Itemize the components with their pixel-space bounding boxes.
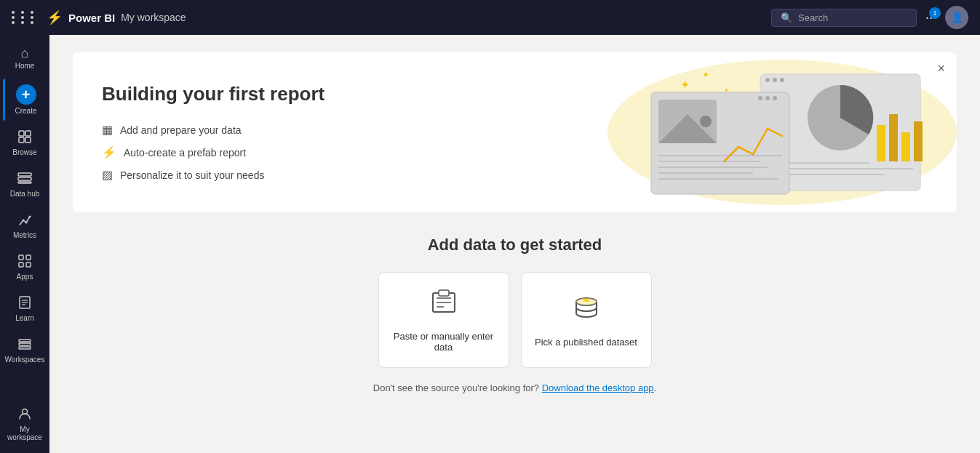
svg-rect-4 bbox=[18, 173, 31, 176]
sidebar-browse-label: Browse bbox=[12, 148, 36, 156]
svg-rect-6 bbox=[18, 182, 31, 183]
svg-rect-19 bbox=[19, 343, 31, 345]
download-desktop-link[interactable]: Download the desktop app bbox=[542, 382, 654, 393]
banner-list-item-1: ▦ Add and prepare your data bbox=[102, 123, 928, 137]
brand-logo: ⚡ Power BI My workspace bbox=[47, 9, 186, 25]
banner-card: × Building your first report ▦ Add and p… bbox=[73, 52, 957, 212]
sidebar-home-label: Home bbox=[15, 62, 35, 70]
sidebar-item-datahub[interactable]: Data hub bbox=[3, 165, 47, 204]
sidebar-create-label: Create bbox=[15, 107, 36, 115]
sidebar-item-workspaces[interactable]: Workspaces bbox=[3, 331, 47, 369]
svg-rect-3 bbox=[25, 137, 31, 143]
top-navigation: ⚡ Power BI My workspace 🔍 Search ··· 1 👤 bbox=[0, 0, 980, 35]
app-title: Power BI bbox=[68, 12, 115, 24]
svg-point-8 bbox=[25, 222, 28, 224]
sidebar-item-myworkspace[interactable]: My workspace bbox=[3, 401, 47, 447]
datahub-icon bbox=[17, 171, 32, 188]
sidebar-myworkspace-label: My workspace bbox=[6, 425, 44, 441]
sidebar-item-metrics[interactable]: Metrics bbox=[3, 207, 47, 245]
sidebar-apps-label: Apps bbox=[17, 273, 33, 281]
search-label: Search bbox=[798, 12, 828, 23]
workspaces-icon bbox=[17, 337, 32, 353]
apps-icon bbox=[17, 254, 32, 270]
sidebar-item-home[interactable]: ⌂ Home bbox=[3, 41, 47, 76]
svg-rect-20 bbox=[19, 347, 31, 349]
workspace-label: My workspace bbox=[121, 12, 186, 23]
svg-point-46 bbox=[780, 78, 784, 82]
powerbi-icon: ⚡ bbox=[47, 9, 63, 25]
user-avatar-button[interactable]: 👤 bbox=[945, 6, 968, 29]
svg-rect-18 bbox=[19, 340, 31, 342]
add-data-cards: Paste or manually enter data bbox=[73, 272, 957, 368]
notification-badge: 1 bbox=[929, 7, 941, 19]
sidebar-metrics-label: Metrics bbox=[13, 231, 36, 239]
banner-list-text-2: Auto-create a prefab report bbox=[124, 147, 246, 159]
svg-rect-58 bbox=[583, 299, 589, 302]
content-area: × Building your first report ▦ Add and p… bbox=[49, 35, 980, 453]
app-launcher-button[interactable] bbox=[12, 11, 38, 24]
add-data-title: Add data to get started bbox=[73, 236, 957, 254]
pick-dataset-card[interactable]: Pick a published dataset bbox=[521, 272, 652, 368]
banner-list-text-1: Add and prepare your data bbox=[120, 124, 242, 136]
learn-icon bbox=[17, 295, 32, 312]
svg-point-9 bbox=[29, 216, 31, 218]
sidebar-item-apps[interactable]: Apps bbox=[3, 248, 47, 286]
paste-data-card[interactable]: Paste or manually enter data bbox=[378, 272, 509, 368]
svg-rect-13 bbox=[26, 262, 31, 267]
banner-title: Building your first report bbox=[102, 83, 928, 105]
footer-pre-text: Don't see the source you're looking for? bbox=[373, 382, 539, 393]
banner-list-item-3: ▨ Personalize it to suit your needs bbox=[102, 168, 928, 182]
add-data-section: Add data to get started Paste or manuall… bbox=[73, 236, 957, 393]
footer-text: Don't see the source you're looking for?… bbox=[73, 382, 957, 393]
myworkspace-icon bbox=[17, 406, 32, 423]
search-icon: 🔍 bbox=[781, 12, 792, 23]
top-nav-right: 🔍 Search ··· 1 👤 bbox=[771, 6, 968, 29]
footer-end: . bbox=[654, 382, 657, 393]
svg-rect-11 bbox=[26, 255, 31, 260]
svg-point-45 bbox=[773, 78, 777, 82]
svg-point-44 bbox=[765, 78, 770, 82]
search-box[interactable]: 🔍 Search bbox=[771, 9, 917, 27]
banner-list-item-2: ⚡ Auto-create a prefab report bbox=[102, 145, 928, 159]
svg-rect-12 bbox=[19, 262, 23, 267]
metrics-icon bbox=[17, 212, 32, 229]
sidebar-workspaces-label: Workspaces bbox=[5, 356, 45, 364]
paste-data-label: Paste or manually enter data bbox=[391, 331, 497, 353]
avatar-icon: 👤 bbox=[951, 12, 963, 23]
sidebar: ⌂ Home + Create Browse Data hub Metrics bbox=[0, 35, 49, 453]
sidebar-item-learn[interactable]: Learn bbox=[3, 289, 47, 328]
close-banner-button[interactable]: × bbox=[937, 61, 945, 76]
paste-data-icon bbox=[429, 287, 458, 322]
svg-rect-10 bbox=[19, 255, 23, 260]
notification-button[interactable]: ··· 1 bbox=[925, 10, 936, 25]
svg-rect-0 bbox=[19, 131, 24, 136]
sidebar-datahub-label: Data hub bbox=[10, 190, 40, 198]
pick-dataset-label: Pick a published dataset bbox=[535, 337, 637, 348]
svg-rect-55 bbox=[439, 290, 449, 296]
sidebar-item-browse[interactable]: Browse bbox=[3, 124, 47, 162]
sidebar-item-create[interactable]: + Create bbox=[3, 79, 47, 121]
create-icon: + bbox=[16, 84, 36, 105]
personalize-icon: ▨ bbox=[102, 168, 113, 182]
banner-list-text-3: Personalize it to suit your needs bbox=[120, 169, 264, 181]
data-icon: ▦ bbox=[102, 123, 113, 137]
browse-icon bbox=[17, 129, 32, 146]
home-icon: ⌂ bbox=[21, 47, 29, 60]
svg-text:✦: ✦ bbox=[702, 70, 709, 80]
main-layout: ⌂ Home + Create Browse Data hub Metrics bbox=[0, 35, 980, 453]
autocreate-icon: ⚡ bbox=[102, 145, 116, 159]
sidebar-learn-label: Learn bbox=[15, 314, 34, 322]
svg-rect-1 bbox=[25, 131, 31, 136]
pick-dataset-icon bbox=[572, 293, 601, 328]
svg-point-7 bbox=[23, 220, 25, 222]
banner-list: ▦ Add and prepare your data ⚡ Auto-creat… bbox=[102, 123, 928, 182]
svg-rect-5 bbox=[18, 177, 31, 180]
svg-rect-2 bbox=[19, 137, 24, 143]
banner-content: Building your first report ▦ Add and pre… bbox=[102, 83, 928, 182]
